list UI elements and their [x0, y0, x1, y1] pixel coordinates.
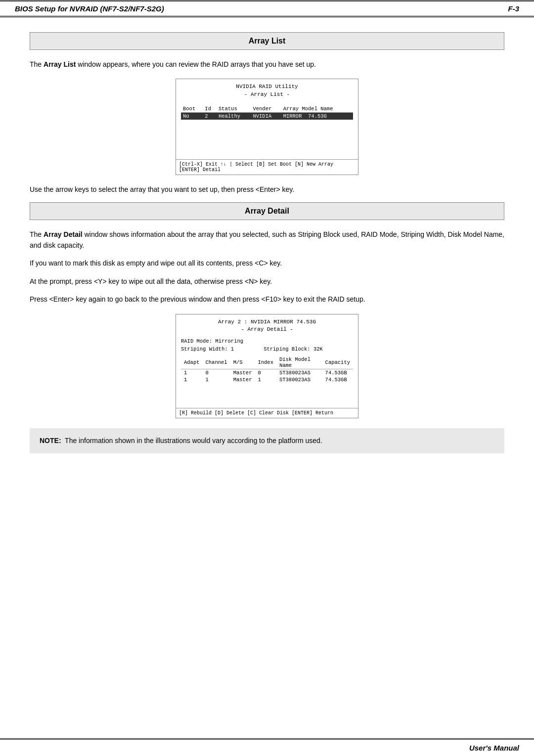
top-header: BIOS Setup for NVRAID (NF7-S2/NF7-S2G) F… [0, 0, 534, 17]
col-channel: Channel [203, 356, 230, 369]
section2-para4: Press <Enter> key again to go back to th… [30, 294, 504, 305]
array-detail-table: Adapt Channel M/S Index Disk Model Name … [181, 356, 353, 403]
main-content: Array List The Array List window appears… [0, 17, 534, 468]
col-vender: Vender [251, 105, 281, 113]
raid-mode: RAID Mode: Mirroring [181, 338, 243, 344]
col-id: Id [203, 105, 217, 113]
col-array-model: Array Model Name [281, 105, 353, 113]
cell-boot: No [181, 113, 203, 120]
screenshot1-body: Boot Id Status Vender Array Model Name N… [176, 100, 358, 154]
cell-disk-2: ST380023AS [276, 376, 322, 383]
table-header-row: Boot Id Status Vender Array Model Name [181, 105, 353, 113]
section1-heading: Array List [30, 32, 504, 50]
cell-status: Healthy [217, 113, 251, 120]
col-boot: Boot [181, 105, 203, 113]
array-list-screenshot: NVIDIA RAID Utility - Array List - Boot … [176, 79, 358, 175]
bottom-footer: User's Manual [0, 738, 534, 756]
cell-ms-2: Master [230, 376, 255, 383]
section2-heading: Array Detail [30, 202, 504, 220]
note-text: The information shown in the illustratio… [63, 437, 322, 445]
footer-label: User's Manual [469, 744, 519, 752]
header-title: BIOS Setup for NVRAID (NF7-S2/NF7-S2G) [15, 4, 164, 13]
spacer-row [181, 383, 353, 403]
array-list-table: Boot Id Status Vender Array Model Name N… [181, 105, 353, 120]
section2-para2: If you want to mark this disk as empty a… [30, 258, 504, 268]
cell-cap-1: 74.53GB [322, 369, 353, 377]
col-adapt: Adapt [181, 356, 203, 369]
screenshot2-title: Array 2 : NVIDIA MIRROR 74.53G - Array D… [176, 314, 358, 336]
section2-para3: At the prompt, press <Y> key to wipe out… [30, 276, 504, 287]
cell-id: 2 [203, 113, 217, 120]
col-status: Status [217, 105, 251, 113]
cell-index-2: 1 [255, 376, 276, 383]
screenshot1-footer: [Ctrl-X] Exit ↑↓ | Select [B] Set Boot [… [176, 159, 358, 175]
col-disk-model: Disk Model Name [276, 356, 322, 369]
cell-channel-1: 0 [203, 369, 230, 377]
cell-disk-1: ST380023AS [276, 369, 322, 377]
array-detail-screenshot: Array 2 : NVIDIA MIRROR 74.53G - Array D… [176, 314, 358, 419]
header-page: F-3 [508, 4, 520, 13]
cell-model: MIRROR 74.53G [281, 113, 353, 120]
section1-para1: The Array List window appears, where you… [30, 59, 504, 70]
detail-header-row: Adapt Channel M/S Index Disk Model Name … [181, 356, 353, 369]
col-ms: M/S [230, 356, 255, 369]
cell-adapt-1: 1 [181, 369, 203, 377]
note-label: NOTE: [40, 437, 61, 445]
striping-block: Striping Block: 32K [264, 346, 323, 352]
cell-cap-2: 74.53GB [322, 376, 353, 383]
screenshot2-footer: [R] Rebuild [D] Delete [C] Clear Disk [E… [176, 408, 358, 418]
col-capacity: Capacity [322, 356, 353, 369]
array-detail-table-container: Adapt Channel M/S Index Disk Model Name … [176, 353, 358, 403]
cell-adapt-2: 1 [181, 376, 203, 383]
cell-ms-1: Master [230, 369, 255, 377]
col-index: Index [255, 356, 276, 369]
table-row: No 2 Healthy NVIDIA MIRROR 74.53G [181, 113, 353, 120]
striping-row: Striping Width: 1 Striping Block: 32K [176, 343, 358, 353]
cell-channel-2: 1 [203, 376, 230, 383]
section2-para1: The Array Detail window shows informatio… [30, 229, 504, 251]
cell-index-1: 0 [255, 369, 276, 377]
screenshot1-title: NVIDIA RAID Utility - Array List - [176, 79, 358, 100]
note-box: NOTE: The information shown in the illus… [30, 428, 504, 453]
cell-vender: NVIDIA [251, 113, 281, 120]
striping-width: Striping Width: 1 [181, 346, 234, 352]
detail-row-1: 1 0 Master 0 ST380023AS 74.53GB [181, 369, 353, 377]
page-wrapper: BIOS Setup for NVRAID (NF7-S2/NF7-S2G) F… [0, 0, 534, 756]
section1-para2: Use the arrow keys to select the array t… [30, 184, 504, 195]
detail-row-2: 1 1 Master 1 ST380023AS 74.53GB [181, 376, 353, 383]
